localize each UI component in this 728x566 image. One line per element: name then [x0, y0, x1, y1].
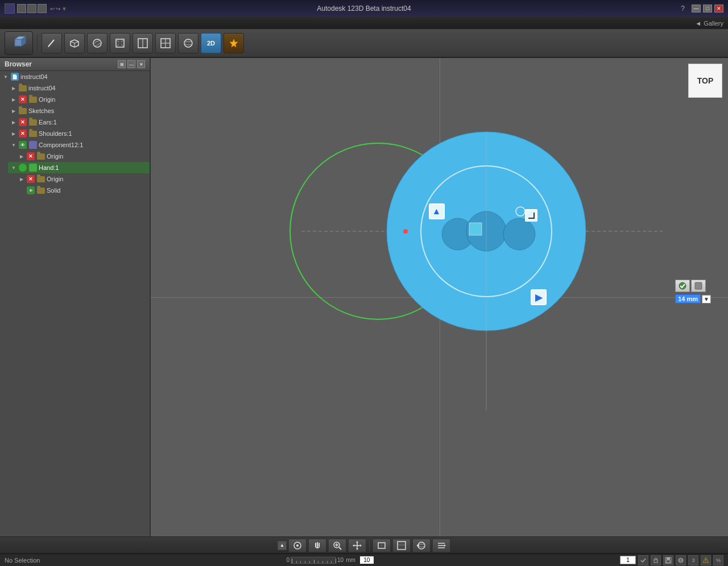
arrow-shoulders1[interactable]: ▶	[10, 130, 17, 137]
status-icon-warning[interactable]	[701, 555, 711, 565]
label-ears1: Ears:1	[39, 119, 57, 126]
tree-item-shoulders1[interactable]: ▶ ✕ Shoulders:1	[8, 128, 150, 139]
quick-access-1[interactable]	[17, 4, 26, 13]
nav-btn-circle[interactable]	[288, 539, 307, 552]
icon-origin1: ✕	[18, 95, 27, 104]
minimize-btn[interactable]: —	[692, 5, 701, 13]
tree-item-named-views[interactable]: ▶ instruct04	[8, 82, 150, 94]
gallery-label[interactable]: Gallery	[704, 20, 723, 27]
tree-item-origin1[interactable]: ▶ ✕ Origin	[8, 94, 150, 105]
arrow-sketches[interactable]: ▶	[10, 107, 17, 114]
arrow-instruct04[interactable]: ▼	[2, 73, 9, 80]
top-view-label[interactable]: TOP	[688, 64, 722, 98]
label-origin1: Origin	[39, 96, 55, 103]
quick-access-2[interactable]	[27, 4, 36, 13]
viewport[interactable]: ▲ ▶ TOP	[151, 58, 728, 536]
arrow-hand1[interactable]: ▼	[10, 164, 17, 171]
close-btn[interactable]: ✕	[714, 5, 723, 13]
nav-btn-orbit[interactable]	[412, 539, 431, 552]
nav-btn-zoom[interactable]	[328, 539, 346, 552]
dim-value-row: 14 mm ▼	[675, 294, 711, 303]
browser-collapse-btn[interactable]: —	[127, 60, 135, 68]
corner-resize-handle[interactable]	[525, 209, 537, 222]
status-icon-save[interactable]	[663, 555, 673, 565]
dim-value-display[interactable]: 14 mm	[675, 294, 701, 303]
label-origin3: Origin	[47, 176, 63, 182]
tree-item-component121[interactable]: ▼ 👁 Component12:1	[8, 139, 150, 151]
arrow-named-views[interactable]: ▶	[10, 85, 17, 91]
toolbar-2d-btn[interactable]: 2D	[201, 33, 221, 53]
arrow-origin2[interactable]: ▶	[18, 153, 25, 160]
nav-left-group: ▲	[278, 541, 287, 550]
tree-item-origin2[interactable]: ▶ ✕ Origin	[16, 151, 150, 162]
toolbar-perspective-btn[interactable]	[110, 33, 130, 53]
label-instruct04: instruct04	[20, 73, 48, 80]
title-bar: ↩ ↪ ▼ Autodesk 123D Beta instruct04 ? — …	[0, 0, 728, 17]
window-controls: ? — □ ✕	[681, 5, 723, 13]
more-btn[interactable]: ▼	[61, 6, 67, 12]
icon-sketches	[18, 106, 27, 115]
toolbar-3dbox-btn[interactable]	[64, 33, 85, 53]
dim-cancel-btn[interactable]	[691, 280, 706, 292]
dim-confirm-btn[interactable]	[675, 280, 690, 292]
svg-line-43	[339, 547, 341, 550]
label-named-views: instruct04	[28, 85, 56, 91]
shape-arrow-up[interactable]: ▲	[429, 203, 445, 219]
ruler-0: 0	[287, 557, 290, 563]
arrow-solid	[18, 187, 25, 194]
tree-item-origin3[interactable]: ▶ ✕ Origin	[16, 173, 150, 185]
arrow-component121[interactable]: ▼	[10, 142, 17, 148]
toolbar-split-btn[interactable]	[133, 33, 153, 53]
svg-rect-54	[398, 542, 406, 550]
svg-rect-66	[667, 560, 670, 563]
tree-item-ears1[interactable]: ▶ ✕ Ears:1	[8, 116, 150, 128]
ruler-container: 0	[287, 557, 355, 564]
dim-dropdown[interactable]: ▼	[702, 295, 711, 303]
nav-btn-hand[interactable]	[308, 539, 326, 552]
nav-btn-pan[interactable]	[348, 539, 366, 552]
arrow-origin3[interactable]: ▶	[18, 176, 25, 182]
maximize-btn[interactable]: □	[703, 5, 712, 13]
toolbar-sphere-btn[interactable]	[178, 33, 198, 53]
icon-origin2b	[36, 152, 46, 161]
nav-sep-1	[369, 540, 370, 551]
view-cube-btn[interactable]	[5, 31, 33, 55]
tree-item-solid[interactable]: 👁 Solid	[16, 185, 150, 196]
nav-btn-rect[interactable]	[373, 539, 391, 552]
step-input[interactable]	[620, 556, 636, 564]
tree-item-sketches[interactable]: ▶ Sketches	[8, 105, 150, 116]
status-icon-lock[interactable]	[651, 555, 661, 565]
nav-btn-3dview[interactable]	[392, 539, 411, 552]
toolbar-pencil-btn[interactable]	[42, 33, 62, 53]
arrow-origin1[interactable]: ▶	[10, 96, 17, 103]
status-icon-grid[interactable]	[676, 555, 686, 565]
status-icon-3[interactable]: 3	[688, 555, 698, 565]
help-icon[interactable]: ?	[681, 5, 685, 13]
svg-line-7	[75, 41, 78, 43]
browser-close-btn[interactable]: ✕	[137, 60, 145, 68]
toolbar-orbit-btn[interactable]	[87, 33, 107, 53]
svg-point-35	[679, 282, 686, 289]
redo-btn[interactable]: ↪	[56, 6, 60, 12]
status-icon-percent[interactable]: %	[713, 555, 723, 565]
title-icons: ↩ ↪ ▼	[5, 3, 67, 14]
dimension-input-area: 14 mm ▼	[675, 280, 711, 303]
quick-access-3[interactable]	[38, 4, 47, 13]
nav-expand-btn[interactable]: ▲	[278, 541, 287, 550]
svg-point-30	[503, 218, 535, 250]
toolbar-star-btn[interactable]	[224, 33, 244, 53]
arrow-ears1[interactable]: ▶	[10, 119, 17, 126]
icon-hand1	[18, 163, 27, 172]
nav-btn-more[interactable]	[432, 539, 450, 552]
status-icon-check[interactable]	[638, 555, 648, 565]
browser-grid-btn[interactable]: ⊞	[118, 60, 126, 68]
svg-line-6	[71, 41, 75, 43]
toolbar-4view-btn[interactable]	[155, 33, 176, 53]
icon-origin3b	[36, 174, 46, 184]
shape-arrow-right[interactable]: ▶	[531, 289, 547, 305]
tree-item-instruct04[interactable]: ▼ 📄 instruct04	[0, 71, 150, 82]
undo-btn[interactable]: ↩	[50, 6, 55, 12]
ruler-value-box: 10	[360, 556, 374, 564]
tree-item-hand1[interactable]: ▼ Hand:1	[8, 162, 150, 173]
gallery-arrow[interactable]: ◄	[695, 20, 701, 27]
